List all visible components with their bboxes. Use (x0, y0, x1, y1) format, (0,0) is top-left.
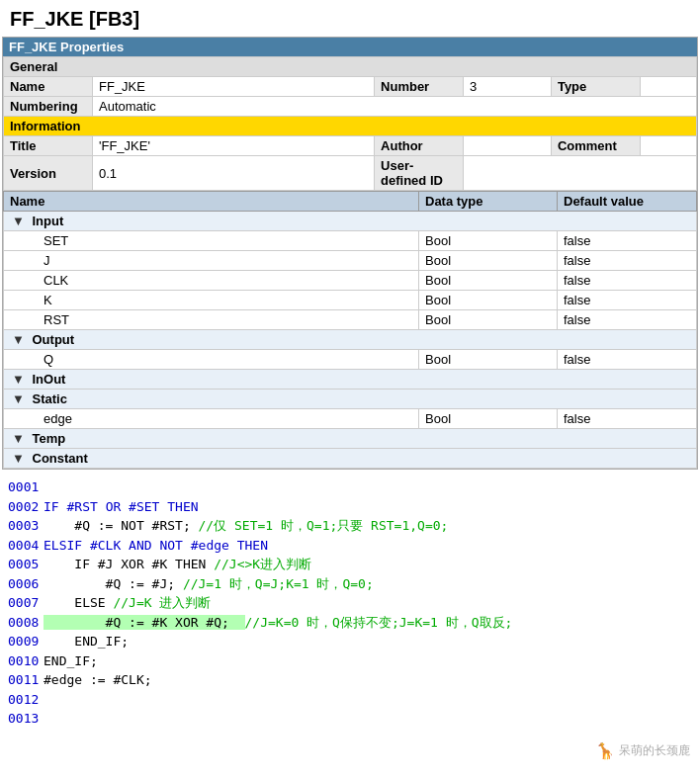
code-text: THEN (175, 557, 214, 571)
item-default: false (558, 409, 697, 429)
general-header: General (4, 57, 697, 77)
code-comment: //J=K 进入判断 (113, 595, 211, 610)
line-number: 0008 (8, 613, 44, 633)
code-keyword: THEN (237, 538, 268, 553)
interface-group-row: ▼ Static (4, 390, 697, 409)
line-number: 0007 (8, 593, 44, 613)
code-line: 0011#edge := #CLK; (8, 670, 692, 690)
main-title: FF_JKE [FB3] (0, 0, 700, 37)
code-text: IF (44, 557, 98, 571)
code-line: 0012 (8, 690, 692, 710)
interface-group-row: ▼ InOut (4, 370, 697, 390)
item-name: J (4, 251, 419, 271)
interface-item-row: RST Bool false (4, 310, 697, 330)
number-label: Number (375, 77, 464, 97)
item-name: CLK (4, 271, 419, 291)
line-number: 0010 (8, 651, 44, 671)
watermark-text: 呆萌的长颈鹿 (619, 742, 690, 759)
code-comment: //仅 SET=1 时，Q=1;只要 RST=1,Q=0; (199, 518, 449, 533)
general-table: General Name FF_JKE Number 3 Type Number… (3, 56, 697, 191)
interface-table: Name Data type Default value ▼ Input SET… (3, 191, 697, 469)
code-keyword: OR (106, 499, 129, 514)
title-value: 'FF_JKE' (93, 136, 375, 156)
group-label: Input (33, 214, 64, 228)
group-label: Constant (33, 451, 88, 466)
code-line: 0013 (8, 709, 692, 729)
group-label: Output (33, 332, 75, 347)
code-keyword: THEN (167, 499, 198, 514)
code-line: 0007 ELSE //J=K 进入判断 (8, 593, 692, 613)
code-comment: //J<>K进入判断 (214, 557, 311, 571)
code-keyword: ELSIF (44, 538, 90, 553)
item-datatype: Bool (419, 291, 558, 310)
code-text: END_IF; (44, 634, 129, 649)
line-number: 0006 (8, 574, 44, 594)
item-datatype: Bool (419, 271, 558, 291)
version-label: Version (4, 156, 93, 191)
line-number: 0012 (8, 690, 44, 710)
interface-item-row: J Bool false (4, 251, 697, 271)
item-default: false (558, 271, 697, 291)
code-line: 0001 (8, 477, 692, 497)
props-section-header: FF_JKE Properties (3, 38, 697, 56)
code-comment: //J=K=0 时，Q保持不变;J=K=1 时，Q取反; (245, 615, 513, 630)
line-number: 0009 (8, 632, 44, 651)
interface-item-row: CLK Bool false (4, 271, 697, 291)
code-keyword: #CLK (90, 538, 129, 553)
col-default-header: Default value (558, 192, 697, 212)
interface-item-row: SET Bool false (4, 231, 697, 251)
code-line: 0006 #Q := #J; //J=1 时，Q=J;K=1 时，Q=0; (8, 574, 692, 594)
line-number: 0004 (8, 536, 44, 556)
item-name: K (4, 291, 419, 310)
code-text: #J (98, 557, 121, 571)
watermark-icon: 🦒 (595, 741, 615, 760)
item-default: false (558, 231, 697, 251)
code-text: #Q := #J; (44, 576, 183, 591)
code-comment: //J=1 时，Q=J;K=1 时，Q=0; (183, 576, 374, 591)
code-line: 0003 #Q := NOT #RST; //仅 SET=1 时，Q=1;只要 … (8, 516, 692, 536)
code-text: #Q := NOT #RST; (44, 518, 199, 533)
author-label: Author (375, 136, 464, 156)
line-number: 0001 (8, 477, 44, 497)
code-keyword: #SET (129, 499, 167, 514)
name-value: FF_JKE (93, 77, 375, 97)
code-line: 0009 END_IF; (8, 632, 692, 651)
group-label: Temp (33, 431, 66, 446)
code-line: 0004ELSIF #CLK AND NOT #edge THEN (8, 536, 692, 556)
item-datatype: Bool (419, 251, 558, 271)
item-default: false (558, 291, 697, 310)
code-keyword: AND NOT (129, 538, 191, 553)
group-label: Static (33, 391, 67, 406)
item-default: false (558, 350, 697, 370)
code-line: 0002IF #RST OR #SET THEN (8, 497, 692, 517)
item-datatype: Bool (419, 310, 558, 330)
code-text: ELSE (44, 595, 113, 610)
information-header: Information (4, 117, 697, 136)
comment-label: Comment (551, 136, 640, 156)
interface-group-row: ▼ Output (4, 330, 697, 350)
line-number: 0003 (8, 516, 44, 536)
code-line: 0010END_IF; (8, 651, 692, 671)
watermark: 🦒 呆萌的长颈鹿 (595, 741, 690, 760)
code-text: #edge := #CLK; (44, 672, 152, 687)
interface-item-row: Q Bool false (4, 350, 697, 370)
code-keyword: IF (44, 499, 66, 514)
item-name: Q (4, 350, 419, 370)
author-value (464, 136, 552, 156)
item-datatype: Bool (419, 350, 558, 370)
title-label: Title (4, 136, 93, 156)
interface-group-row: ▼ Constant (4, 449, 697, 469)
name-label: Name (4, 77, 93, 97)
numbering-label: Numbering (4, 97, 93, 117)
line-number: 0011 (8, 670, 44, 690)
properties-panel: FF_JKE Properties General Name FF_JKE Nu… (2, 37, 698, 470)
code-line: 0005 IF #J XOR #K THEN //J<>K进入判断 (8, 555, 692, 574)
comment-value (640, 136, 696, 156)
code-text: END_IF; (44, 653, 98, 668)
type-label: Type (551, 77, 640, 97)
user-id-value (464, 156, 697, 191)
item-datatype: Bool (419, 409, 558, 429)
version-value: 0.1 (93, 156, 375, 191)
code-keyword: #RST (66, 499, 105, 514)
interface-item-row: edge Bool false (4, 409, 697, 429)
